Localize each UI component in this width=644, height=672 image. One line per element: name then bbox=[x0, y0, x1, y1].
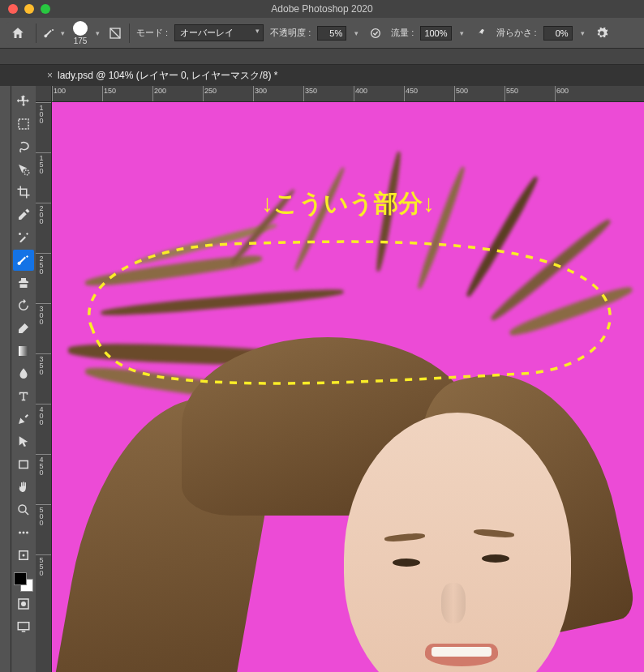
ruler-tick: 100 bbox=[36, 102, 51, 152]
ruler-tick: 350 bbox=[36, 353, 51, 404]
path-select-tool[interactable] bbox=[13, 431, 34, 452]
svg-point-10 bbox=[26, 532, 28, 534]
ruler-tick: 450 bbox=[404, 86, 454, 101]
smoothing-label: 滑らかさ : bbox=[496, 27, 537, 39]
svg-rect-16 bbox=[22, 631, 26, 632]
tab-title: lady.psd @ 104% (レイヤー 0, レイヤーマスク/8) * bbox=[58, 69, 277, 83]
ruler-tick: 350 bbox=[303, 86, 354, 101]
flow-input[interactable]: 100% bbox=[420, 26, 451, 41]
flow-label: 流量 : bbox=[391, 27, 414, 39]
svg-point-4 bbox=[19, 233, 21, 235]
ruler-tick: 550 bbox=[36, 554, 51, 605]
tool-preset-picker[interactable]: ▾ bbox=[43, 27, 67, 40]
svg-rect-6 bbox=[19, 461, 28, 469]
ellipsis-button[interactable] bbox=[13, 522, 34, 543]
canvas-area: 100150200250300350400450500550600 100150… bbox=[36, 86, 644, 672]
ruler-tick: 250 bbox=[203, 86, 253, 101]
svg-rect-15 bbox=[18, 623, 29, 630]
document-canvas[interactable]: ↓こういう部分↓ bbox=[52, 102, 644, 672]
svg-point-12 bbox=[23, 554, 25, 557]
chevron-down-icon[interactable]: ▾ bbox=[579, 29, 586, 37]
brush-icon bbox=[43, 27, 56, 40]
chevron-down-icon[interactable]: ▾ bbox=[458, 29, 466, 37]
document-tab-bar: × lady.psd @ 104% (レイヤー 0, レイヤーマスク/8) * bbox=[0, 65, 644, 86]
ruler-tick: 400 bbox=[354, 86, 404, 101]
eraser-tool[interactable] bbox=[13, 318, 34, 339]
gradient-tool[interactable] bbox=[13, 340, 34, 362]
gear-icon bbox=[595, 27, 608, 40]
smoothing-input[interactable]: 0% bbox=[543, 26, 573, 41]
horizontal-ruler[interactable]: 100150200250300350400450500550600 bbox=[52, 86, 644, 102]
chevron-down-icon[interactable]: ▾ bbox=[94, 29, 101, 37]
brush-preset-picker[interactable]: 175 bbox=[73, 21, 88, 45]
svg-point-14 bbox=[21, 601, 26, 606]
brush-settings-button[interactable] bbox=[108, 26, 122, 41]
brush-tool[interactable] bbox=[13, 250, 34, 271]
ruler-tick: 150 bbox=[102, 86, 152, 101]
svg-rect-2 bbox=[19, 119, 28, 129]
ruler-tick: 150 bbox=[36, 152, 51, 203]
svg-point-9 bbox=[23, 532, 25, 534]
ruler-tick: 550 bbox=[504, 86, 555, 101]
clone-stamp-tool[interactable] bbox=[13, 272, 34, 293]
home-button[interactable] bbox=[6, 22, 29, 45]
settings-gear-button[interactable] bbox=[593, 24, 611, 42]
move-tool[interactable] bbox=[13, 91, 34, 112]
eyedropper-tool[interactable] bbox=[13, 204, 34, 225]
hand-tool[interactable] bbox=[13, 477, 34, 498]
chevron-down-icon[interactable]: ▾ bbox=[353, 29, 360, 37]
image-content: ↓こういう部分↓ bbox=[52, 102, 644, 672]
pressure-opacity-button[interactable] bbox=[367, 24, 384, 42]
screen-mode-button[interactable] bbox=[13, 616, 34, 637]
tab-close-button[interactable]: × bbox=[47, 70, 53, 81]
lasso-tool[interactable] bbox=[13, 136, 34, 157]
ruler-tick: 250 bbox=[36, 253, 51, 303]
quick-mask-button[interactable] bbox=[13, 593, 34, 614]
blur-tool[interactable] bbox=[13, 363, 34, 384]
annotation-dashed-outline bbox=[68, 232, 620, 394]
svg-point-1 bbox=[371, 28, 380, 37]
traffic-lights bbox=[0, 4, 50, 14]
crop-tool[interactable] bbox=[13, 182, 34, 203]
type-tool[interactable] bbox=[13, 386, 34, 407]
quick-select-tool[interactable] bbox=[13, 159, 34, 180]
ruler-tick: 400 bbox=[36, 404, 51, 454]
rectangle-tool[interactable] bbox=[13, 454, 34, 475]
svg-rect-5 bbox=[19, 346, 28, 356]
ruler-tick: 600 bbox=[555, 86, 605, 101]
close-window-button[interactable] bbox=[8, 4, 18, 14]
tools-panel bbox=[11, 86, 36, 672]
ruler-tick: 200 bbox=[36, 203, 51, 253]
marquee-tool[interactable] bbox=[13, 113, 34, 135]
annotation-text: ↓こういう部分↓ bbox=[261, 187, 435, 220]
ruler-tick: 450 bbox=[36, 454, 51, 504]
ruler-tick: 300 bbox=[253, 86, 303, 101]
zoom-tool[interactable] bbox=[13, 499, 34, 520]
options-bar: ▾ 175 ▾ モード : オーバーレイ 不透明度 : 5% ▾ 流量 : 10… bbox=[0, 18, 644, 49]
opacity-input[interactable]: 5% bbox=[317, 26, 346, 41]
history-brush-tool[interactable] bbox=[13, 295, 34, 316]
minimize-window-button[interactable] bbox=[24, 4, 34, 14]
sub-toolbar bbox=[0, 49, 644, 65]
foreground-color[interactable] bbox=[14, 572, 27, 585]
app-title: Adobe Photoshop 2020 bbox=[271, 3, 372, 15]
pen-tool[interactable] bbox=[13, 409, 34, 430]
edit-toolbar-button[interactable] bbox=[13, 545, 34, 566]
vertical-ruler[interactable]: 100150200250300350400450500550 bbox=[36, 102, 52, 672]
opacity-label: 不透明度 : bbox=[270, 27, 311, 39]
panel-strip bbox=[0, 86, 11, 672]
ruler-tick: 500 bbox=[36, 504, 51, 554]
airbrush-button[interactable] bbox=[472, 24, 490, 42]
healing-brush-tool[interactable] bbox=[13, 227, 34, 248]
blend-mode-dropdown[interactable]: オーバーレイ bbox=[174, 24, 264, 41]
ruler-tick: 300 bbox=[36, 303, 51, 353]
mode-label: モード : bbox=[136, 27, 168, 39]
document-tab[interactable]: × lady.psd @ 104% (レイヤー 0, レイヤーマスク/8) * bbox=[39, 65, 286, 86]
ruler-origin[interactable] bbox=[36, 86, 52, 102]
maximize-window-button[interactable] bbox=[41, 4, 50, 14]
svg-point-8 bbox=[19, 532, 21, 534]
brush-preview-dot bbox=[73, 21, 88, 36]
ruler-tick: 500 bbox=[454, 86, 504, 101]
color-swatches[interactable] bbox=[14, 572, 33, 592]
brush-size-label: 175 bbox=[74, 36, 88, 45]
